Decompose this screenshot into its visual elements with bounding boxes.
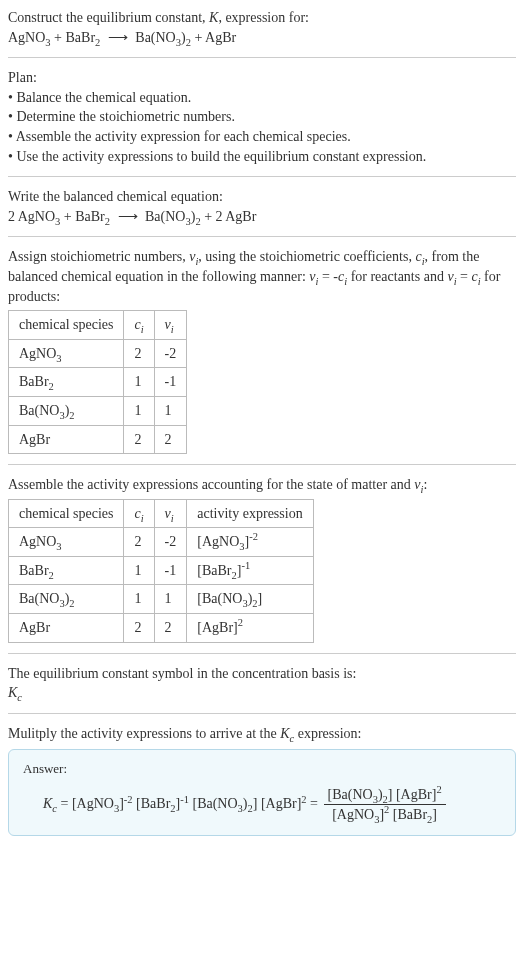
subscript-i: i (141, 324, 144, 335)
species-cell: Ba(NO3)2 (9, 585, 124, 614)
table-row: Ba(NO3)2 1 1 [Ba(NO3)2] (9, 585, 314, 614)
arrow: ⟶ (104, 30, 132, 45)
assign-section: Assign stoichiometric numbers, νi, using… (8, 247, 516, 454)
eq-rhs: Ba(NO3)2 + AgBr (135, 30, 236, 45)
plan-bullet: • Use the activity expressions to build … (8, 147, 516, 167)
species: Ba(NO (135, 30, 175, 45)
fraction: [Ba(NO3)2] [AgBr]2 [AgNO3]2 [BaBr2] (324, 785, 446, 825)
species-cell: AgNO3 (9, 339, 124, 368)
subscript: 2 (69, 410, 74, 421)
species-cell: Ba(NO3)2 (9, 396, 124, 425)
denominator: [AgNO3]2 [BaBr2] (324, 805, 446, 825)
species: AgNO (8, 30, 45, 45)
assemble-text: : (423, 477, 427, 492)
subscript-i: i (171, 324, 174, 335)
assign-text: for reactants and (347, 269, 447, 284)
species: BaBr (19, 374, 49, 389)
assemble-text: Assemble the activity expressions accoun… (8, 477, 414, 492)
col-species: chemical species (9, 311, 124, 340)
nu-cell: 2 (154, 425, 187, 454)
table-row: AgBr 2 2 [AgBr]2 (9, 614, 314, 643)
plan-header: Plan: (8, 68, 516, 88)
subscript-c: c (17, 692, 22, 703)
plan-bullet: • Assemble the activity expression for e… (8, 127, 516, 147)
intro-text: Construct the equilibrium constant, (8, 10, 209, 25)
species-cell: AgBr (9, 425, 124, 454)
species: + 2 AgBr (201, 209, 257, 224)
col-species: chemical species (9, 499, 124, 528)
c-cell: 1 (124, 396, 154, 425)
assign-text: = (457, 269, 472, 284)
table-row: AgBr 2 2 (9, 425, 187, 454)
divider (8, 464, 516, 465)
expr: [AgNO (332, 807, 374, 822)
divider (8, 653, 516, 654)
species: Ba(NO (19, 591, 59, 606)
species-cell: BaBr2 (9, 556, 124, 585)
eq-lhs: AgNO3 + BaBr2 (8, 30, 104, 45)
table-row: AgNO3 2 -2 [AgNO3]-2 (9, 528, 314, 557)
species: + BaBr (51, 30, 95, 45)
subscript: 2 (105, 216, 110, 227)
species: + BaBr (60, 209, 104, 224)
subscript-i: i (171, 512, 174, 523)
activity-cell: [BaBr2]-1 (187, 556, 313, 585)
species-cell: AgBr (9, 614, 124, 643)
superscript: 2 (436, 784, 441, 795)
col-nu: νi (154, 311, 187, 340)
intro-text-b: , expression for: (218, 10, 309, 25)
c-cell: 2 (124, 425, 154, 454)
superscript: 2 (238, 617, 243, 628)
c-cell: 1 (124, 556, 154, 585)
table-row: AgNO3 2 -2 (9, 339, 187, 368)
expr: [Ba(NO (189, 796, 238, 811)
species: BaBr (19, 563, 49, 578)
nu-cell: 1 (154, 585, 187, 614)
activity-cell: [AgBr]2 (187, 614, 313, 643)
stoich-table: chemical species ci νi AgNO3 2 -2 BaBr2 … (8, 310, 187, 454)
plan-section: Plan: • Balance the chemical equation. •… (8, 68, 516, 166)
subscript: 2 (95, 36, 100, 47)
species: Ba(NO (19, 403, 59, 418)
plan-bullet: • Determine the stoichiometric numbers. (8, 107, 516, 127)
table-row: BaBr2 1 -1 (9, 368, 187, 397)
answer-box: Answer: Kc = [AgNO3]-2 [BaBr2]-1 [Ba(NO3… (8, 749, 516, 835)
species: AgNO (19, 534, 56, 549)
col-c: ci (124, 311, 154, 340)
col-activity: activity expression (187, 499, 313, 528)
answer-label: Answer: (23, 760, 501, 778)
assign-text: Assign stoichiometric numbers, (8, 249, 189, 264)
activity-cell: [AgNO3]-2 (187, 528, 313, 557)
activity-table: chemical species ci νi activity expressi… (8, 499, 314, 643)
species-cell: BaBr2 (9, 368, 124, 397)
balanced-header: Write the balanced chemical equation: (8, 187, 516, 207)
subscript-i: i (141, 512, 144, 523)
c-cell: 2 (124, 528, 154, 557)
table-row: BaBr2 1 -1 [BaBr2]-1 (9, 556, 314, 585)
k-symbol: K (280, 726, 289, 741)
arrow: ⟶ (114, 209, 142, 224)
subscript: 2 (49, 381, 54, 392)
answer-equation: Kc = [AgNO3]-2 [BaBr2]-1 [Ba(NO3)2] [AgB… (23, 785, 501, 825)
k-symbol: K (43, 796, 52, 811)
multiply-text: Mulitply the activity expressions to arr… (8, 726, 280, 741)
expr: [Ba(NO (328, 787, 373, 802)
species: AgNO (19, 346, 56, 361)
divider (8, 713, 516, 714)
expr: [AgNO (197, 534, 239, 549)
superscript: -1 (180, 793, 189, 804)
c-cell: 2 (124, 339, 154, 368)
assemble-section: Assemble the activity expressions accoun… (8, 475, 516, 643)
col-c: ci (124, 499, 154, 528)
assign-text: = - (318, 269, 338, 284)
c-cell: 1 (124, 368, 154, 397)
species: 2 AgNO (8, 209, 55, 224)
subscript: 3 (56, 353, 61, 364)
numerator: [Ba(NO3)2] [AgBr]2 (324, 785, 446, 806)
plan-bullet: • Balance the chemical equation. (8, 88, 516, 108)
nu-cell: -2 (154, 339, 187, 368)
expr: [AgBr] (197, 620, 237, 635)
assign-text: , using the stoichiometric coefficients, (198, 249, 415, 264)
ksymbol-text: The equilibrium constant symbol in the c… (8, 664, 516, 684)
expr: ] (258, 591, 263, 606)
